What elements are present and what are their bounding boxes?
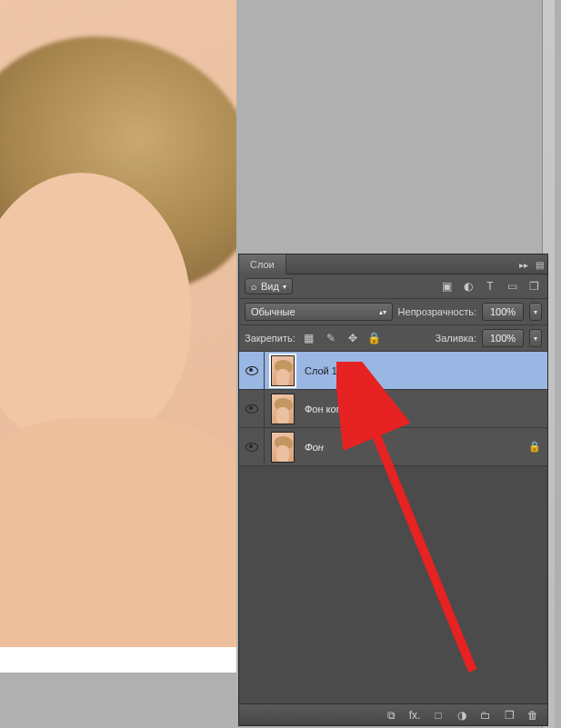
adjustment-icon[interactable]: ◑ — [455, 708, 469, 723]
link-layers-icon[interactable]: ⧉ — [384, 708, 398, 723]
group-icon[interactable]: 🗀 — [478, 708, 493, 723]
opacity-input[interactable]: 100% — [482, 303, 524, 321]
visibility-toggle[interactable] — [239, 428, 265, 465]
lock-move-icon[interactable]: ✥ — [345, 330, 361, 346]
filter-type-select[interactable]: ⌕ Вид ▾ — [245, 278, 293, 294]
visibility-toggle[interactable] — [239, 390, 265, 427]
lock-fill-row: Закрепить: ▦ ✎ ✥ 🔒 Заливка: 100% ▾ — [239, 325, 547, 352]
blend-mode-value: Обычные — [251, 306, 296, 317]
opacity-label: Непрозрачность: — [398, 306, 476, 317]
layer-thumbnail[interactable] — [271, 355, 295, 386]
layer-name-label[interactable]: Фон копия — [301, 404, 353, 414]
document-canvas[interactable] — [0, 0, 236, 673]
new-layer-icon[interactable]: ❐ — [502, 708, 516, 723]
blend-opacity-row: Обычные ▴▾ Непрозрачность: 100% ▾ — [239, 299, 547, 325]
fill-label: Заливка: — [436, 333, 476, 344]
tab-layers[interactable]: Слои — [239, 254, 286, 274]
layer-thumbnail[interactable] — [271, 432, 295, 463]
search-icon: ⌕ — [251, 281, 257, 292]
lock-pixels-icon[interactable]: ▦ — [301, 330, 317, 346]
filter-smart-icon[interactable]: ❐ — [526, 278, 542, 294]
layer-filter-row: ⌕ Вид ▾ ▣ ◐ T ▭ ❐ — [239, 274, 547, 299]
fx-icon[interactable]: fx. — [407, 708, 422, 723]
lock-label: Закрепить: — [245, 333, 296, 344]
panel-tabbar: Слои ▸▸ ▤ — [239, 254, 547, 274]
photo-content — [0, 0, 236, 647]
eye-icon — [245, 443, 258, 452]
fill-input[interactable]: 100% — [482, 329, 524, 347]
eye-icon — [245, 366, 258, 375]
lock-brush-icon[interactable]: ✎ — [323, 330, 339, 346]
opacity-flyout[interactable]: ▾ — [529, 303, 542, 321]
filter-adjust-icon[interactable]: ◐ — [460, 278, 476, 294]
filter-shape-icon[interactable]: ▭ — [504, 278, 520, 294]
visibility-toggle[interactable] — [239, 352, 265, 389]
layer-row[interactable]: Фон 🔒 — [239, 428, 547, 466]
chevron-down-icon: ▾ — [283, 283, 286, 291]
layer-name-label[interactable]: Фон — [301, 442, 324, 453]
layer-name-label[interactable]: Слой 1 — [301, 365, 337, 376]
delete-icon[interactable]: 🗑 — [526, 708, 540, 723]
eye-icon — [245, 404, 258, 414]
layer-row[interactable]: Фон копия — [239, 390, 547, 428]
collapse-icon[interactable]: ▸▸ — [517, 258, 530, 271]
panel-menu-icon[interactable]: ▤ — [533, 258, 546, 271]
panel-bottombar: ⧉ fx. □ ◑ 🗀 ❐ 🗑 — [239, 703, 547, 725]
fill-flyout[interactable]: ▾ — [529, 329, 542, 347]
filter-type-icon[interactable]: T — [482, 278, 498, 294]
lock-all-icon[interactable]: 🔒 — [366, 330, 383, 346]
layer-thumbnail[interactable] — [271, 394, 295, 424]
layers-panel: Слои ▸▸ ▤ ⌕ Вид ▾ ▣ ◐ T ▭ ❐ Обычные ▴▾ Н… — [238, 254, 548, 726]
layer-row[interactable]: Слой 1 — [239, 352, 547, 390]
filter-image-icon[interactable]: ▣ — [438, 278, 455, 294]
mask-icon[interactable]: □ — [431, 708, 446, 723]
layers-list: Слой 1 Фон копия Фон 🔒 — [239, 352, 547, 703]
filter-type-label: Вид — [261, 281, 279, 292]
chevron-updown-icon: ▴▾ — [379, 308, 386, 316]
lock-indicator-icon: 🔒 — [522, 441, 547, 453]
blend-mode-select[interactable]: Обычные ▴▾ — [245, 303, 393, 321]
